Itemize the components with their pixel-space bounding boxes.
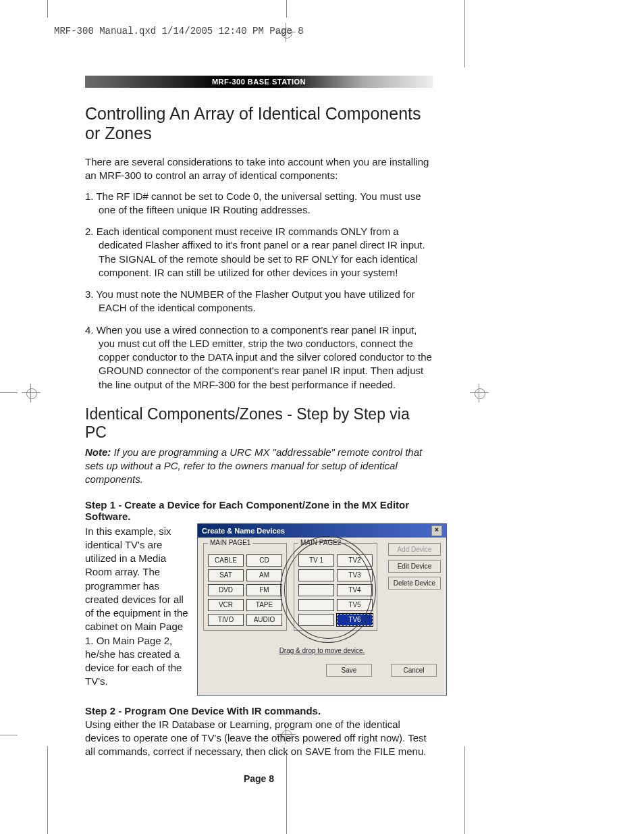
device-button[interactable]: CABLE (208, 554, 244, 567)
file-path-header: MRF-300 Manual.qxd 1/14/2005 12:40 PM Pa… (54, 26, 304, 36)
page-number: Page 8 (85, 773, 433, 784)
device-button[interactable]: CD (246, 554, 282, 567)
crop-mark (0, 735, 18, 735)
edit-device-button[interactable]: Edit Device (388, 560, 441, 573)
section-bar: MRF-300 BASE STATION (85, 76, 433, 88)
dialog-body: MAIN PAGE1 CABLE CD SAT AM DVD FM VCR TA… (198, 538, 446, 681)
crop-mark (464, 746, 465, 834)
drag-hint: Drag & drop to move device. (203, 647, 441, 654)
device-button[interactable]: SAT (208, 569, 244, 581)
close-icon[interactable]: × (431, 525, 442, 536)
list-item: 2. Each identical component must receive… (85, 225, 433, 280)
create-devices-dialog: Create & Name Devices × MAIN PAGE1 CABLE… (197, 523, 447, 696)
heading-main: Controlling An Array of Identical Compon… (85, 104, 433, 143)
list-item: 1. The RF ID# cannot be set to Code 0, t… (85, 190, 433, 217)
crop-mark (286, 0, 287, 18)
device-button[interactable]: TV 1 (298, 554, 334, 567)
device-button[interactable]: VCR (208, 599, 244, 611)
step1-title: Step 1 - Create a Device for Each Compon… (85, 499, 433, 522)
note-body: If you are programming a URC MX "address… (85, 446, 422, 486)
device-button[interactable]: AM (246, 569, 282, 581)
step1-section: In this example, six identical TV's are … (85, 523, 433, 696)
heading-sub: Identical Components/Zones - Step by Ste… (85, 405, 433, 442)
device-button[interactable]: FM (246, 584, 282, 596)
device-button-empty[interactable] (298, 614, 334, 626)
step1-text: In this example, six identical TV's are … (85, 523, 192, 696)
device-button[interactable]: TAPE (246, 599, 282, 611)
dialog-pages: MAIN PAGE1 CABLE CD SAT AM DVD FM VCR TA… (203, 543, 441, 631)
main-page2-group: MAIN PAGE2 TV 1 TV2 TV3 TV4 TV5 TV6 (294, 543, 377, 631)
device-button[interactable]: TV3 (337, 569, 373, 581)
device-button-empty[interactable] (298, 569, 334, 581)
device-button-empty[interactable] (298, 584, 334, 596)
registration-mark-left (22, 384, 41, 402)
step2-paragraph: Using either the IR Database or Learning… (85, 718, 433, 759)
intro-paragraph: There are several considerations to take… (85, 155, 433, 183)
save-button[interactable]: Save (326, 664, 372, 677)
crop-mark (47, 746, 48, 834)
device-button-selected[interactable]: TV6 (337, 614, 373, 626)
considerations-list: 1. The RF ID# cannot be set to Code 0, t… (85, 190, 433, 392)
note-label: Note: (85, 446, 111, 458)
crop-mark (0, 392, 18, 393)
dialog-title: Create & Name Devices (202, 527, 285, 535)
page-content: MRF-300 BASE STATION Controlling An Arra… (85, 76, 433, 784)
page1-grid: CABLE CD SAT AM DVD FM VCR TAPE TIVO AUD… (208, 554, 282, 626)
add-device-button[interactable]: Add Device (388, 543, 441, 556)
dialog-footer: Save Cancel (203, 664, 441, 677)
dialog-side-buttons: Add Device Edit Device Delete Device (388, 543, 441, 631)
step2-title: Step 2 - Program One Device With IR comm… (85, 705, 433, 716)
device-button-empty[interactable] (298, 599, 334, 611)
dialog-titlebar: Create & Name Devices × (198, 524, 446, 538)
page2-legend: MAIN PAGE2 (298, 539, 343, 546)
device-button[interactable]: TV4 (337, 584, 373, 596)
device-button[interactable]: DVD (208, 584, 244, 596)
list-item: 3. You must note the NUMBER of the Flash… (85, 288, 433, 315)
note-paragraph: Note: If you are programming a URC MX "a… (85, 446, 433, 487)
registration-mark-right (470, 384, 489, 402)
cancel-button[interactable]: Cancel (391, 664, 437, 677)
device-button[interactable]: TV2 (337, 554, 373, 567)
delete-device-button[interactable]: Delete Device (388, 577, 441, 590)
page2-grid: TV 1 TV2 TV3 TV4 TV5 TV6 (298, 554, 373, 626)
main-page1-group: MAIN PAGE1 CABLE CD SAT AM DVD FM VCR TA… (203, 543, 287, 631)
crop-mark (464, 0, 465, 68)
step1-paragraph: In this example, six identical TV's are … (85, 525, 192, 689)
device-button[interactable]: TV5 (337, 599, 373, 611)
page1-legend: MAIN PAGE1 (208, 539, 252, 546)
device-button[interactable]: TIVO (208, 614, 244, 626)
device-button[interactable]: AUDIO (246, 614, 282, 626)
crop-mark (47, 0, 48, 18)
list-item: 4. When you use a wired connection to a … (85, 323, 433, 392)
